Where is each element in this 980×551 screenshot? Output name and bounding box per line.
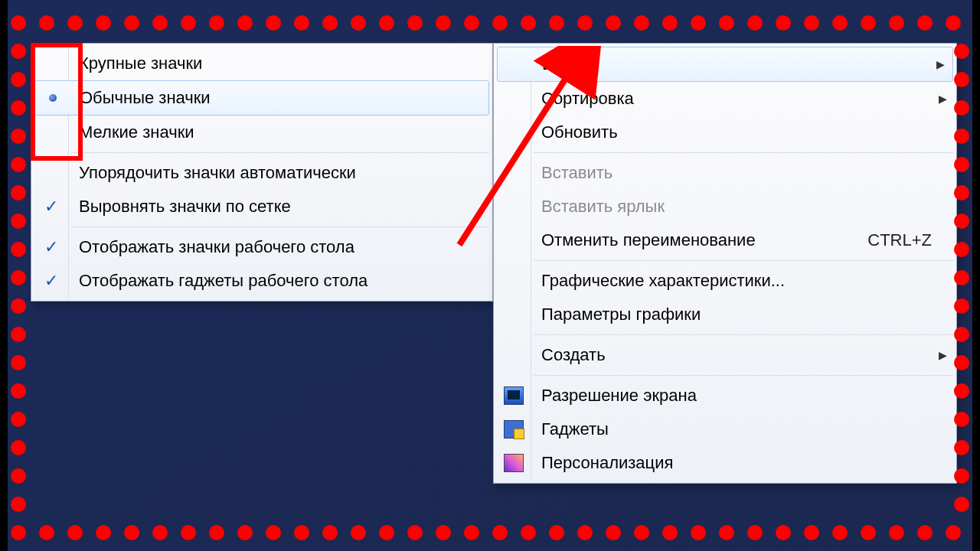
menuitem-view[interactable]: Вид ▶ <box>497 47 953 82</box>
menuitem-gadgets[interactable]: Гаджеты <box>495 412 955 446</box>
label: Графические характеристики... <box>532 271 932 291</box>
menuitem-refresh[interactable]: Обновить <box>495 116 955 149</box>
label: Упорядочить значки автоматически <box>70 163 468 183</box>
separator <box>534 334 953 335</box>
monitor-icon <box>504 386 524 405</box>
gadgets-icon <box>504 420 524 439</box>
separator <box>534 375 953 376</box>
menuitem-medium-icons[interactable]: Обычные значки <box>34 80 489 116</box>
menuitem-screen-resolution[interactable]: Разрешение экрана <box>495 379 955 412</box>
radio-selected-icon <box>49 94 57 102</box>
menuitem-gfx-params[interactable]: Параметры графики <box>495 298 955 331</box>
menuitem-paste-shortcut: Вставить ярлык <box>495 190 955 223</box>
menuitem-new[interactable]: Создать ▶ <box>495 338 955 372</box>
label: Персонализация <box>532 453 932 473</box>
label: Параметры графики <box>532 305 932 324</box>
label: Крупные значки <box>70 54 468 73</box>
label: Выровнять значки по сетке <box>70 197 468 217</box>
view-submenu: Крупные значки Обычные значки Мелкие зна… <box>31 43 493 302</box>
submenu-arrow-icon: ▶ <box>936 58 945 70</box>
menuitem-show-gadgets[interactable]: ✓ Отображать гаджеты рабочего стола <box>33 264 491 298</box>
label: Обычные значки <box>70 88 466 108</box>
label: Отображать гаджеты рабочего стола <box>70 271 468 291</box>
menuitem-sort[interactable]: Сортировка ▶ <box>495 82 955 116</box>
separator <box>534 260 953 261</box>
label: Вставить ярлык <box>532 197 932 217</box>
submenu-arrow-icon: ▶ <box>939 349 947 361</box>
menuitem-show-icons[interactable]: ✓ Отображать значки рабочего стола <box>33 230 491 264</box>
label: Отменить переименование <box>532 230 837 250</box>
menuitem-personalize[interactable]: Персонализация <box>495 446 955 480</box>
menuitem-align-grid[interactable]: ✓ Выровнять значки по сетке <box>33 190 491 223</box>
menuitem-large-icons[interactable]: Крупные значки <box>33 47 491 80</box>
separator <box>71 227 489 227</box>
label: Создать <box>532 345 932 365</box>
menuitem-undo-rename[interactable]: Отменить переименование CTRL+Z <box>495 223 955 257</box>
check-icon: ✓ <box>44 271 58 291</box>
label: Отображать значки рабочего стола <box>70 237 468 257</box>
desktop: Крупные значки Обычные значки Мелкие зна… <box>8 0 972 551</box>
label: Гаджеты <box>532 419 932 439</box>
separator <box>71 152 489 153</box>
label: Сортировка <box>532 89 932 109</box>
label: Разрешение экрана <box>532 386 932 406</box>
personalize-icon <box>504 454 524 472</box>
separator <box>534 152 953 153</box>
check-icon: ✓ <box>44 237 58 257</box>
shortcut: CTRL+Z <box>837 230 932 250</box>
label: Мелкие значки <box>70 122 468 142</box>
menuitem-auto-arrange[interactable]: Упорядочить значки автоматически <box>33 156 491 190</box>
check-icon: ✓ <box>44 197 58 217</box>
menuitem-gfx-props[interactable]: Графические характеристики... <box>495 264 955 298</box>
menuitem-paste: Вставить <box>495 156 955 190</box>
label: Обновить <box>532 122 932 142</box>
desktop-context-menu: Вид ▶ Сортировка ▶ Обновить Вставить Вст… <box>493 43 957 484</box>
label: Вид <box>533 54 929 74</box>
menuitem-small-icons[interactable]: Мелкие значки <box>33 116 491 149</box>
submenu-arrow-icon: ▶ <box>939 93 947 105</box>
label: Вставить <box>532 163 932 183</box>
